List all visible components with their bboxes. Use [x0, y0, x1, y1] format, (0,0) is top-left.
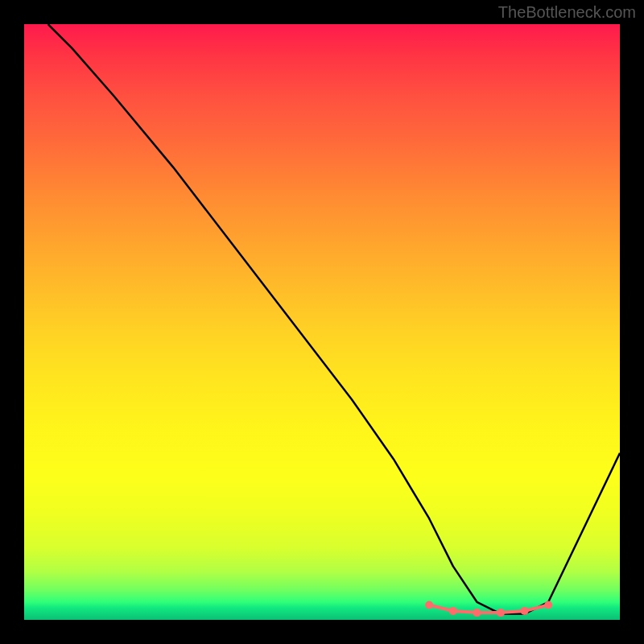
- svg-point-4: [521, 607, 529, 615]
- chart-plot-area: [24, 24, 620, 620]
- svg-point-3: [497, 609, 505, 617]
- curve-line: [48, 24, 620, 614]
- chart-svg: [24, 24, 620, 620]
- svg-point-0: [425, 601, 433, 609]
- svg-point-5: [544, 601, 552, 609]
- watermark-text: TheBottleneck.com: [498, 3, 636, 22]
- svg-point-1: [449, 607, 457, 615]
- svg-point-2: [473, 609, 481, 617]
